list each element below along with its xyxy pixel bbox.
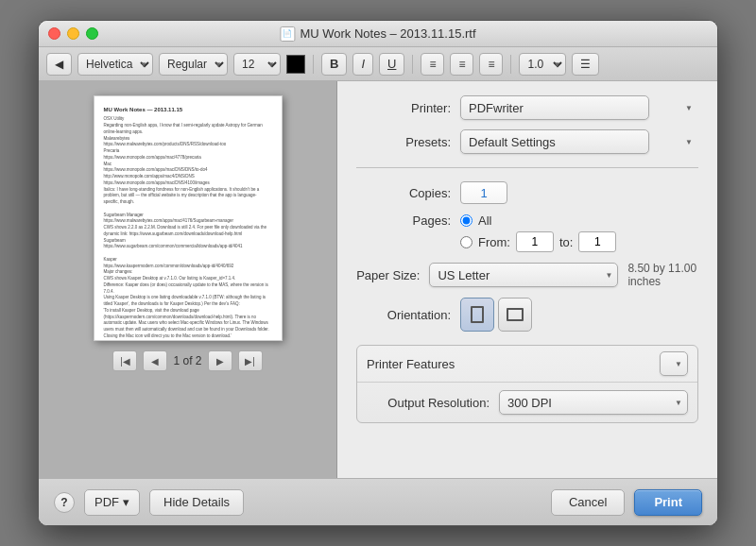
preview-title: MU Work Notes — 2013.11.15: [104, 106, 272, 113]
toolbar-divider-1: [313, 55, 314, 74]
pages-all-label: All: [478, 213, 491, 228]
output-res-select[interactable]: 300 DPI: [499, 390, 688, 415]
line-spacing-select[interactable]: 1.0: [519, 53, 566, 76]
features-title: Printer Features: [367, 357, 455, 371]
first-page-button[interactable]: |◀: [112, 350, 137, 371]
features-dropdown[interactable]: [660, 351, 688, 376]
align-right-button[interactable]: ≡: [479, 53, 503, 76]
titlebar: 📄 MU Work Notes – 2013.11.15.rtf: [39, 21, 717, 47]
bottom-bar: ? PDF ▾ Hide Details Cancel Print: [39, 478, 717, 525]
printer-row: Printer: PDFwriter: [356, 95, 698, 120]
orientation-buttons: [460, 298, 532, 332]
font-family-wrapper: Helvetica: [77, 53, 153, 76]
minimize-button[interactable]: [67, 27, 79, 40]
help-button[interactable]: ?: [54, 492, 75, 513]
pages-range-radio[interactable]: [460, 236, 472, 248]
paper-size-row: Paper Size: US Letter 8.50 by 11.00 inch…: [356, 262, 698, 288]
presets-select[interactable]: Default Settings: [460, 129, 649, 154]
print-button[interactable]: Print: [634, 489, 702, 516]
portrait-icon: [471, 306, 484, 323]
output-res-row: Output Resolution: 300 DPI: [367, 390, 688, 415]
features-dropdown-wrapper: [660, 351, 688, 376]
hide-details-button[interactable]: Hide Details: [149, 489, 244, 516]
preview-content: OSX Utility Regarding non-English apps, …: [104, 116, 272, 341]
font-family-select[interactable]: Helvetica: [77, 53, 153, 76]
print-dialog: 📄 MU Work Notes – 2013.11.15.rtf ◀ Helve…: [38, 20, 718, 526]
text-color-picker[interactable]: [286, 55, 305, 74]
window-title: 📄 MU Work Notes – 2013.11.15.rtf: [280, 26, 475, 42]
paper-size-select[interactable]: US Letter: [429, 263, 618, 287]
output-res-label: Output Resolution:: [367, 396, 490, 410]
close-button[interactable]: [48, 27, 60, 40]
list-button[interactable]: ☰: [572, 53, 599, 76]
separator-1: [356, 167, 698, 168]
align-left-button[interactable]: ≡: [421, 53, 444, 76]
print-settings-panel: Printer: PDFwriter Presets: Default Sett…: [337, 81, 717, 478]
toolbar: ◀ Helvetica Regular 12 B I U ≡ ≡ ≡ 1.0: [39, 47, 717, 81]
line-spacing-wrapper: 1.0: [519, 53, 566, 76]
page-info: 1 of 2: [173, 354, 201, 367]
font-size-select[interactable]: 12: [233, 53, 281, 76]
underline-button[interactable]: U: [379, 53, 404, 76]
paper-size-info: 8.50 by 11.00 inches: [627, 262, 698, 288]
output-res-control: 300 DPI: [499, 390, 688, 415]
font-style-select[interactable]: Regular: [159, 53, 228, 76]
copies-row: Copies:: [356, 181, 698, 204]
pdf-arrow-icon: ▾: [123, 495, 129, 509]
next-page-button[interactable]: ▶: [208, 350, 232, 371]
pages-to-label: to:: [559, 235, 573, 249]
printer-control: PDFwriter: [460, 95, 698, 120]
bold-button[interactable]: B: [321, 53, 347, 76]
presets-control: Default Settings: [460, 129, 698, 154]
copies-control: [460, 181, 698, 204]
prev-page-button[interactable]: ◀: [143, 350, 167, 371]
orientation-label: Orientation:: [356, 308, 451, 322]
printer-features-section: Printer Features Output Resolution: 300 …: [356, 345, 698, 423]
paper-size-label: Paper Size:: [356, 268, 420, 282]
document-icon: 📄: [280, 26, 295, 42]
cancel-button[interactable]: Cancel: [551, 489, 625, 516]
maximize-button[interactable]: [86, 27, 98, 40]
preview-navigation: |◀ ◀ 1 of 2 ▶ ▶|: [112, 350, 262, 371]
landscape-button[interactable]: [498, 298, 532, 332]
paper-size-control: US Letter: [429, 263, 618, 287]
italic-button[interactable]: I: [352, 53, 373, 76]
presets-label: Presets:: [356, 135, 451, 149]
pages-from-input[interactable]: [516, 231, 554, 252]
main-content: MU Work Notes — 2013.11.15 OSX Utility R…: [39, 81, 717, 478]
traffic-lights: [48, 27, 98, 40]
orientation-row: Orientation:: [356, 298, 698, 332]
pages-range-row: From: to:: [460, 231, 698, 252]
pages-row: Pages: All From: to:: [356, 213, 698, 252]
landscape-icon: [507, 308, 524, 321]
printer-features-header: Printer Features: [357, 346, 697, 382]
pages-all-radio[interactable]: [460, 214, 472, 227]
copies-label: Copies:: [356, 186, 451, 200]
pdf-label: PDF: [94, 495, 119, 509]
portrait-button[interactable]: [460, 298, 494, 332]
pages-all-row: All: [460, 213, 698, 228]
features-body: Output Resolution: 300 DPI: [357, 382, 697, 422]
copies-input[interactable]: [460, 181, 507, 204]
pdf-button[interactable]: PDF ▾: [84, 489, 140, 516]
toolbar-back-btn[interactable]: ◀: [46, 53, 72, 76]
font-style-wrapper: Regular: [159, 53, 228, 76]
pages-label: Pages:: [356, 213, 451, 228]
toolbar-divider-3: [510, 55, 511, 74]
last-page-button[interactable]: ▶|: [238, 350, 263, 371]
printer-select[interactable]: PDFwriter: [460, 95, 649, 120]
font-size-wrapper: 12: [233, 53, 281, 76]
pages-from-label: From:: [478, 235, 510, 249]
pages-control: All From: to:: [460, 213, 698, 252]
toolbar-divider-2: [412, 55, 413, 74]
pages-to-input[interactable]: [578, 231, 616, 252]
align-center-button[interactable]: ≡: [450, 53, 473, 76]
page-preview: MU Work Notes — 2013.11.15 OSX Utility R…: [94, 95, 283, 341]
printer-label: Printer:: [356, 101, 451, 115]
preview-panel: MU Work Notes — 2013.11.15 OSX Utility R…: [39, 81, 337, 478]
presets-row: Presets: Default Settings: [356, 129, 698, 154]
